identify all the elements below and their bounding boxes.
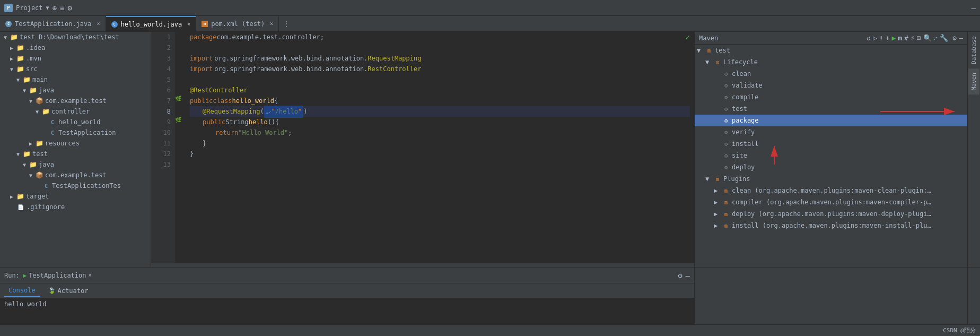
add-btn[interactable]: +	[886, 34, 890, 42]
refresh-btn[interactable]: ↺	[867, 34, 871, 42]
run-app-tab[interactable]: ▶ TestApplication ×	[23, 272, 92, 279]
status-bar: CSDN @陌分	[0, 324, 980, 336]
tree-item-java[interactable]: ▼ 📁 java	[0, 85, 151, 96]
tree-label: .mvn	[26, 55, 41, 62]
download-btn[interactable]: ⬇	[879, 34, 883, 42]
maven-item-site[interactable]: ⚙ site	[695, 150, 967, 161]
tree-label: test	[32, 150, 48, 158]
console-tab-actuator[interactable]: 🍃 Actuator	[44, 285, 93, 297]
maven-item-package[interactable]: ⚙ package	[695, 115, 967, 126]
maven-label: Lifecycle	[723, 58, 758, 66]
gear-bottom-btn[interactable]: ⚙	[678, 271, 682, 280]
sidebar-tab-database[interactable]: Database	[968, 32, 979, 68]
code-line-2	[190, 42, 690, 53]
minimize-maven-btn[interactable]: —	[959, 34, 963, 42]
tab-pom[interactable]: m pom.xml (test) ×	[196, 16, 279, 31]
settings-maven-btn[interactable]: ⚙	[952, 34, 957, 42]
tree-item-idea[interactable]: ▶ 📁 .idea	[0, 42, 151, 53]
sidebar-tab-maven[interactable]: Maven	[968, 68, 979, 94]
minimize-btn[interactable]: —	[972, 4, 976, 12]
maven-item-deploy[interactable]: ⚙ deploy	[695, 161, 967, 173]
code-line-11: }	[190, 138, 690, 149]
tree-item-testapplicationtest[interactable]: C TestApplicationTes	[0, 180, 151, 191]
code-editor[interactable]: package com.example.test.controller; ✓ i…	[186, 32, 694, 263]
play-btn[interactable]: ▶	[891, 34, 896, 42]
tree-arrow: ▼	[2, 35, 8, 40]
maven-label: validate	[732, 82, 763, 89]
gutter: 🌿 🌿	[175, 32, 186, 263]
folder-icon: 📁	[29, 87, 37, 94]
run-btn[interactable]: ▷	[873, 34, 877, 42]
maven-panel: Maven ↺ ▷ ⬇ + ▶ m # ⚡ ⊟ 🔍 ⇌ 🔧 ⚙ —	[694, 32, 967, 267]
code-line-5	[190, 74, 690, 85]
filter-btn[interactable]: ⊟	[917, 34, 921, 42]
tree-item-target[interactable]: ▶ 📁 target	[0, 191, 151, 202]
tree-arrow: ▼	[21, 88, 28, 93]
run-bar: Run: ▶ TestApplication × ⚙ —	[0, 268, 694, 283]
maven-label: clean	[732, 70, 751, 77]
settings-icon[interactable]: ⚙	[67, 4, 72, 12]
tree-label: TestApplication	[58, 129, 116, 136]
maven-item-validate[interactable]: ⚙ validate	[695, 80, 967, 91]
maven-item-lifecycle[interactable]: ▼ ⚙ Lifecycle	[695, 56, 967, 68]
add-icon[interactable]: ⊕	[52, 4, 57, 12]
tree-arrow: ▼	[8, 66, 15, 72]
code-line-3: import org.springframework.web.bind.anno…	[190, 53, 690, 64]
dropdown-arrow[interactable]: ▼	[46, 5, 49, 11]
tree-label: com.example.test	[45, 171, 107, 179]
tree-item-root[interactable]: ▼ 📁 test D:\Download\test\test	[0, 32, 151, 42]
tab-more-btn[interactable]: ⋮	[279, 16, 294, 31]
maven-item-plugins[interactable]: ▼ m Plugins	[695, 173, 967, 185]
tree-item-test-dir[interactable]: ▼ 📁 test	[0, 149, 151, 159]
tree-item-test-package[interactable]: ▼ 📦 com.example.test	[0, 170, 151, 180]
maven-item-clean[interactable]: ⚙ clean	[695, 68, 967, 80]
project-label: Project	[16, 4, 43, 12]
maven-label: install (org.apache.maven.plugins:maven-…	[732, 222, 933, 229]
maven-tree: ▼ m test ▼ ⚙ Lifecycle ⚙ clean ⚙ v	[695, 45, 967, 267]
tab-testapplication[interactable]: C TestApplication.java ×	[0, 16, 106, 31]
tree-item-package[interactable]: ▼ 📦 com.example.test	[0, 96, 151, 106]
maven-item-verify[interactable]: ⚙ verify	[695, 126, 967, 138]
tree-item-mvn[interactable]: ▶ 📁 .mvn	[0, 53, 151, 64]
maven-item-clean-plugin[interactable]: ▶ m clean (org.apache.maven.plugins:mave…	[695, 185, 967, 196]
maven-item-compiler-plugin[interactable]: ▶ m compiler (org.apache.maven.plugins:m…	[695, 196, 967, 208]
hash-btn[interactable]: #	[904, 34, 908, 42]
editor-scrollbar[interactable]	[151, 263, 694, 267]
tree-item-testapp-file[interactable]: C TestApplication	[0, 127, 151, 138]
tree-item-gitignore[interactable]: 📄 .gitignore	[0, 202, 151, 212]
tree-label: test D:\Download\test\test	[20, 33, 119, 41]
tree-item-resources[interactable]: ▶ 📁 resources	[0, 138, 151, 149]
tree-item-helloworld-file[interactable]: C hello_world	[0, 117, 151, 127]
maven-m-btn[interactable]: m	[898, 34, 902, 42]
tree-item-test-java[interactable]: ▼ 📁 java	[0, 159, 151, 170]
lightning-btn[interactable]: ⚡	[911, 34, 915, 42]
tab-pom-close[interactable]: ×	[270, 21, 273, 27]
minus-bottom-btn[interactable]: —	[686, 271, 690, 280]
tree-arrow: ▼	[15, 151, 21, 157]
maven-label: deploy (org.apache.maven.plugins:maven-d…	[732, 210, 933, 218]
gear-icon: ⚙	[722, 82, 730, 89]
sync-btn[interactable]: ⇌	[934, 34, 938, 42]
console-tab-console[interactable]: Console	[4, 285, 40, 297]
maven-item-compile[interactable]: ⚙ compile	[695, 91, 967, 103]
tree-item-controller[interactable]: ▼ 📁 controller	[0, 106, 151, 117]
wrench-btn[interactable]: 🔧	[940, 34, 948, 42]
tab-close[interactable]: ×	[97, 21, 100, 27]
structure-icon[interactable]: ≡	[60, 4, 64, 12]
tab-close-active[interactable]: ×	[187, 21, 190, 27]
maven-item-deploy-plugin[interactable]: ▶ m deploy (org.apache.maven.plugins:mav…	[695, 208, 967, 220]
maven-item-install-plugin[interactable]: ▶ m install (org.apache.maven.plugins:ma…	[695, 220, 967, 231]
maven-item-install[interactable]: ⚙ install	[695, 138, 967, 150]
tree-item-main[interactable]: ▼ 📁 main	[0, 74, 151, 85]
package-icon: 📦	[36, 171, 43, 179]
folder-icon: 📁	[16, 44, 24, 51]
run-close[interactable]: ×	[89, 272, 92, 278]
tab-helloworld[interactable]: C hello_world.java ×	[106, 16, 197, 31]
plugin-icon: m	[722, 211, 730, 217]
tree-label: java	[39, 87, 54, 94]
search-btn[interactable]: 🔍	[923, 34, 932, 42]
maven-header: Maven ↺ ▷ ⬇ + ▶ m # ⚡ ⊟ 🔍 ⇌ 🔧 ⚙ —	[695, 32, 967, 45]
tree-item-src[interactable]: ▼ 📁 src	[0, 64, 151, 74]
maven-item-root[interactable]: ▼ m test	[695, 45, 967, 56]
maven-item-test[interactable]: ⚙ test	[695, 103, 967, 115]
